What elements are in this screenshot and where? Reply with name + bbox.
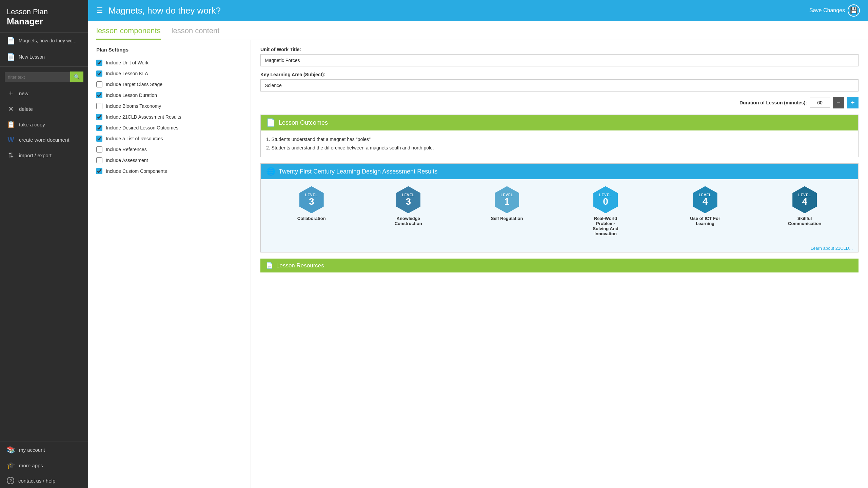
tab-bar: lesson components lesson content	[88, 21, 868, 40]
sidebar-item-current-lesson[interactable]: 📄 Magnets, how do they wo...	[0, 33, 88, 49]
level-name-collaboration: Collaboration	[297, 216, 326, 221]
checkbox-label-custom-components: Include Custom Components	[106, 168, 167, 174]
level-num-real-world: 0	[603, 197, 608, 206]
21cld-icon: 🌐	[266, 167, 275, 176]
sidebar-action-more-apps[interactable]: 🎓 more apps	[0, 458, 88, 473]
level-num-skillful: 4	[802, 197, 807, 206]
level-item-real-world: LEVEL0Real-World Problem-Solving And Inn…	[589, 186, 623, 236]
checkbox-item-custom-components: Include Custom Components	[96, 166, 242, 177]
level-item-knowledge: LEVEL3Knowledge Construction	[391, 186, 425, 226]
checkbox-label-lesson-kla: Include Lesson KLA	[106, 71, 148, 76]
app-title-bottom: Manager	[7, 16, 81, 27]
level-num-knowledge: 3	[406, 197, 411, 206]
outcome-item: 2. Students understand the difference be…	[266, 144, 853, 152]
checkbox-lesson-duration[interactable]	[96, 92, 102, 98]
level-num-self-reg: 1	[504, 197, 510, 206]
level-item-skillful: LEVEL4Skillful Communication	[788, 186, 822, 226]
checkbox-label-list-resources: Include a List of Resources	[106, 136, 163, 141]
checkbox-label-blooms-taxonomy: Include Blooms Taxonomy	[106, 103, 161, 109]
create-word-label: create word document	[19, 137, 69, 143]
main-area: ☰ Magnets, how do they work? Save Change…	[88, 0, 868, 488]
level-item-ict: LEVEL4Use of ICT For Learning	[688, 186, 722, 226]
checkboxes-container: Include Unit of WorkInclude Lesson KLAIn…	[96, 57, 242, 177]
document-icon: 📄	[7, 37, 15, 45]
my-account-label: my account	[19, 447, 45, 453]
take-copy-label: take a copy	[19, 122, 45, 127]
sidebar-action-take-copy[interactable]: 📋 take a copy	[0, 117, 88, 132]
checkbox-item-list-resources: Include a List of Resources	[96, 133, 242, 144]
sidebar-action-contact-us[interactable]: ? contact us / help	[0, 473, 88, 488]
level-num-collaboration: 3	[309, 197, 314, 206]
sidebar-action-delete[interactable]: ✕ delete	[0, 101, 88, 117]
content-area: Plan Settings Include Unit of WorkInclud…	[88, 40, 868, 488]
plan-settings-title: Plan Settings	[96, 47, 242, 53]
lesson-label: Magnets, how do they wo...	[19, 38, 76, 43]
more-apps-label: more apps	[19, 463, 43, 468]
assessment-body: LEVEL3CollaborationLEVEL3Knowledge Const…	[261, 179, 858, 243]
checkbox-label-references: Include References	[106, 147, 147, 152]
checkbox-item-target-class: Include Target Class Stage	[96, 79, 242, 90]
outcomes-body: 1. Students understand that a magnet has…	[261, 130, 858, 157]
app-title-top: Lesson Plan	[7, 7, 81, 16]
document-icon: 📄	[7, 53, 15, 61]
learn-link[interactable]: Learn about 21CLD...	[261, 243, 858, 252]
21cld-card: 🌐 Twenty First Century Learning Design A…	[260, 163, 859, 252]
duration-increase-button[interactable]: +	[847, 97, 859, 108]
duration-label: Duration of Lesson (minutes):	[739, 100, 807, 105]
sidebar: Lesson Plan Manager 📄 Magnets, how do th…	[0, 0, 88, 488]
21cld-header: 🌐 Twenty First Century Learning Design A…	[261, 164, 858, 179]
checkbox-custom-components[interactable]	[96, 168, 102, 174]
checkbox-desired-outcomes[interactable]	[96, 125, 102, 131]
checkbox-assessment[interactable]	[96, 157, 102, 163]
account-icon: 📚	[7, 446, 15, 454]
filter-input[interactable]	[5, 72, 70, 82]
save-label: Save Changes	[809, 7, 845, 14]
hamburger-icon[interactable]: ☰	[96, 6, 103, 15]
tab-content[interactable]: lesson content	[172, 26, 220, 40]
checkbox-target-class[interactable]	[96, 81, 102, 87]
level-name-knowledge: Knowledge Construction	[391, 216, 425, 226]
level-name-self-reg: Self Regulation	[491, 216, 523, 221]
word-icon: W	[7, 136, 15, 144]
apps-icon: 🎓	[7, 461, 15, 469]
checkbox-unit-of-work[interactable]	[96, 60, 102, 66]
level-name-real-world: Real-World Problem-Solving And Innovatio…	[589, 216, 623, 236]
unit-of-work-label: Unit of Work Title:	[260, 47, 859, 52]
new-icon: +	[7, 89, 15, 97]
level-item-self-reg: LEVEL1Self Regulation	[491, 186, 523, 221]
checkbox-label-assessment: Include Assessment	[106, 158, 148, 163]
kla-label: Key Learning Area (Subject):	[260, 72, 859, 77]
checkbox-21cld-results[interactable]	[96, 114, 102, 120]
checkbox-label-21cld-results: Include 21CLD Assessment Results	[106, 114, 181, 120]
duration-input[interactable]	[810, 98, 830, 108]
sidebar-action-import-export[interactable]: ⇅ import / export	[0, 147, 88, 163]
filter-row: 🔍	[5, 72, 83, 82]
sidebar-action-my-account[interactable]: 📚 my account	[0, 442, 88, 458]
checkbox-list-resources[interactable]	[96, 136, 102, 142]
checkbox-item-desired-outcomes: Include Desired Lesson Outcomes	[96, 122, 242, 133]
help-icon: ?	[7, 477, 14, 484]
sidebar-item-new-lesson[interactable]: 📄 New Lesson	[0, 49, 88, 65]
checkbox-item-references: Include References	[96, 144, 242, 155]
checkbox-label-lesson-duration: Include Lesson Duration	[106, 93, 157, 98]
checkbox-lesson-kla[interactable]	[96, 70, 102, 77]
save-changes-button[interactable]: Save Changes 💾	[809, 4, 860, 17]
unit-of-work-input[interactable]	[260, 54, 859, 66]
sidebar-action-new[interactable]: + new	[0, 86, 88, 101]
bottom-section-bar: 📄 Lesson Resources	[260, 259, 859, 272]
duration-decrease-button[interactable]: −	[833, 97, 844, 108]
kla-input[interactable]	[260, 79, 859, 92]
checkbox-blooms-taxonomy[interactable]	[96, 103, 102, 109]
level-name-skillful: Skillful Communication	[788, 216, 822, 226]
new-lesson-label: New Lesson	[19, 54, 45, 60]
checkbox-label-target-class: Include Target Class Stage	[106, 82, 162, 87]
tab-components[interactable]: lesson components	[96, 26, 161, 40]
checkbox-item-blooms-taxonomy: Include Blooms Taxonomy	[96, 101, 242, 111]
filter-button[interactable]: 🔍	[70, 72, 83, 82]
sidebar-action-create-word[interactable]: W create word document	[0, 132, 88, 147]
resources-icon: 📄	[266, 262, 273, 269]
checkbox-references[interactable]	[96, 146, 102, 152]
duration-row: Duration of Lesson (minutes): − +	[260, 97, 859, 108]
bottom-bar-label: Lesson Resources	[276, 262, 324, 269]
checkbox-item-unit-of-work: Include Unit of Work	[96, 57, 242, 68]
